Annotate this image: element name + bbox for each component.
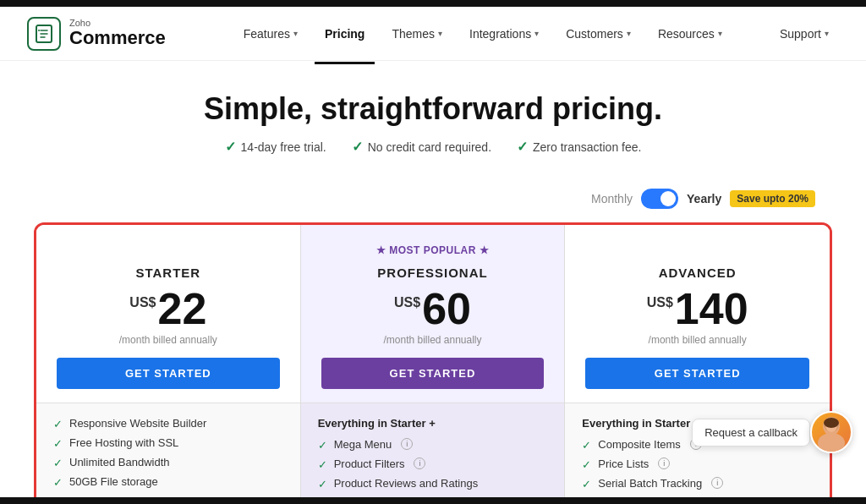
check-icon: ✓ (318, 458, 327, 471)
check-icon: ✓ (517, 139, 528, 155)
feature-item: ✓ Free Hosting with SSL (53, 436, 283, 450)
check-icon: ✓ (318, 439, 327, 452)
yearly-label: Yearly (687, 192, 721, 205)
pricing-outline: . STARTER US$ 22 /month billed annually … (34, 222, 832, 504)
chevron-down-icon: ▾ (534, 29, 539, 38)
logo[interactable]: Zoho Commerce (27, 17, 166, 51)
currency-professional: US$ (394, 295, 420, 310)
price-area-starter: US$ 22 (57, 287, 280, 331)
card-features-starter: ✓ Responsive Website Builder ✓ Free Host… (36, 403, 300, 504)
nav-features[interactable]: Features ▾ (233, 20, 308, 47)
plan-name-starter: STARTER (57, 266, 280, 280)
chevron-down-icon: ▾ (627, 29, 631, 38)
feature-item: ✓ Product Reviews and Ratings (318, 477, 548, 490)
feature-item: ✓ Mega Menu i (318, 438, 548, 452)
check-icon: ✓ (582, 439, 591, 452)
nav-resources[interactable]: Resources ▾ (648, 20, 732, 47)
check-icon: ✓ (53, 437, 63, 450)
callback-label: Request a callback (704, 426, 797, 439)
svg-point-1 (38, 30, 40, 31)
check-icon: ✓ (582, 478, 591, 490)
navbar: Zoho Commerce Features ▾ Pricing Themes … (0, 7, 866, 61)
nav-customers[interactable]: Customers ▾ (556, 20, 641, 47)
card-header-advanced: . (565, 225, 830, 257)
plan-name-advanced: ADVANCED (585, 266, 809, 280)
svg-point-3 (818, 433, 845, 453)
nav-links: Features ▾ Pricing Themes ▾ Integrations… (233, 20, 839, 47)
card-header-professional: ★ MOST POPULAR ★ (301, 225, 565, 257)
badge-no-card: ✓ No credit card required. (352, 139, 491, 155)
nav-pricing[interactable]: Pricing (315, 20, 375, 47)
check-icon: ✓ (53, 418, 63, 430)
nav-support[interactable]: Support ▾ (770, 20, 839, 47)
hero-title: Simple, straightforward pricing. (17, 91, 849, 127)
check-icon: ✓ (53, 476, 63, 489)
nav-integrations[interactable]: Integrations ▾ (459, 20, 549, 47)
feature-item: ✓ Responsive Website Builder (53, 417, 283, 430)
feature-item: ✓ 50GB File storage (53, 475, 283, 489)
callback-widget[interactable]: Request a callback (692, 411, 852, 453)
save-badge: Save upto 20% (730, 190, 815, 207)
feature-item: ✓ Product Filters i (318, 457, 548, 471)
card-starter: . STARTER US$ 22 /month billed annually … (36, 225, 301, 504)
badge-trial: ✓ 14-day free trial. (225, 139, 326, 155)
chevron-down-icon: ▾ (293, 29, 298, 38)
price-area-advanced: US$ 140 (585, 287, 809, 331)
popular-badge: ★ MOST POPULAR ★ (376, 244, 489, 256)
plan-name-professional: PROFESSIONAL (321, 266, 545, 280)
features-heading-professional: Everything in Starter + (318, 417, 548, 430)
period-professional: /month billed annually (321, 334, 545, 346)
period-starter: /month billed annually (57, 334, 280, 346)
check-icon: ✓ (53, 457, 63, 469)
get-started-professional[interactable]: GET STARTED (321, 358, 545, 389)
callback-avatar (810, 411, 852, 453)
card-body-advanced: ADVANCED US$ 140 /month billed annually … (565, 257, 830, 403)
bottom-bar (0, 497, 866, 504)
billing-switch[interactable] (641, 189, 678, 209)
price-starter: 22 (157, 287, 206, 331)
info-icon[interactable]: i (711, 477, 723, 489)
card-body-starter: STARTER US$ 22 /month billed annually GE… (36, 257, 300, 403)
get-started-starter[interactable]: GET STARTED (57, 358, 280, 389)
card-body-professional: PROFESSIONAL US$ 60 /month billed annual… (301, 257, 565, 403)
period-advanced: /month billed annually (585, 334, 809, 346)
check-icon: ✓ (225, 139, 236, 155)
top-bar (0, 0, 866, 7)
info-icon[interactable]: i (401, 438, 413, 450)
check-icon: ✓ (318, 478, 327, 490)
currency-starter: US$ (129, 295, 156, 310)
price-professional: 60 (422, 287, 471, 331)
nav-themes[interactable]: Themes ▾ (381, 20, 452, 47)
feature-item: ✓ Serial Batch Tracking i (582, 477, 813, 490)
card-header-starter: . (36, 225, 300, 257)
logo-text: Zoho Commerce (69, 18, 166, 48)
logo-commerce: Commerce (69, 28, 166, 48)
price-advanced: 140 (675, 287, 748, 331)
feature-item: ✓ Price Lists i (582, 457, 813, 471)
get-started-advanced[interactable]: GET STARTED (585, 358, 809, 389)
price-area-professional: US$ 60 (321, 287, 545, 331)
chevron-down-icon: ▾ (718, 29, 722, 38)
card-professional: ★ MOST POPULAR ★ PROFESSIONAL US$ 60 /mo… (301, 225, 566, 504)
billing-toggle: Monthly Yearly Save upto 20% (0, 189, 866, 209)
check-icon: ✓ (582, 458, 591, 471)
badge-no-fee: ✓ Zero transaction fee. (517, 139, 641, 155)
info-icon[interactable]: i (658, 457, 670, 469)
callback-bubble[interactable]: Request a callback (692, 419, 810, 446)
info-icon[interactable]: i (414, 457, 425, 469)
card-features-professional: Everything in Starter + ✓ Mega Menu i ✓ … (301, 403, 565, 504)
monthly-label: Monthly (591, 192, 633, 205)
hero-badges: ✓ 14-day free trial. ✓ No credit card re… (17, 139, 849, 155)
pricing-wrapper: . STARTER US$ 22 /month billed annually … (0, 222, 866, 504)
card-advanced: . ADVANCED US$ 140 /month billed annuall… (565, 225, 830, 504)
svg-point-6 (824, 418, 839, 428)
hero-section: Simple, straightforward pricing. ✓ 14-da… (0, 61, 866, 189)
feature-item: ✓ Unlimited Bandwidth (53, 456, 283, 469)
chevron-down-icon: ▾ (825, 29, 829, 38)
currency-advanced: US$ (647, 295, 673, 310)
pricing-cards: . STARTER US$ 22 /month billed annually … (36, 225, 830, 504)
chevron-down-icon: ▾ (438, 29, 442, 38)
check-icon: ✓ (352, 139, 363, 155)
logo-icon (27, 17, 61, 51)
